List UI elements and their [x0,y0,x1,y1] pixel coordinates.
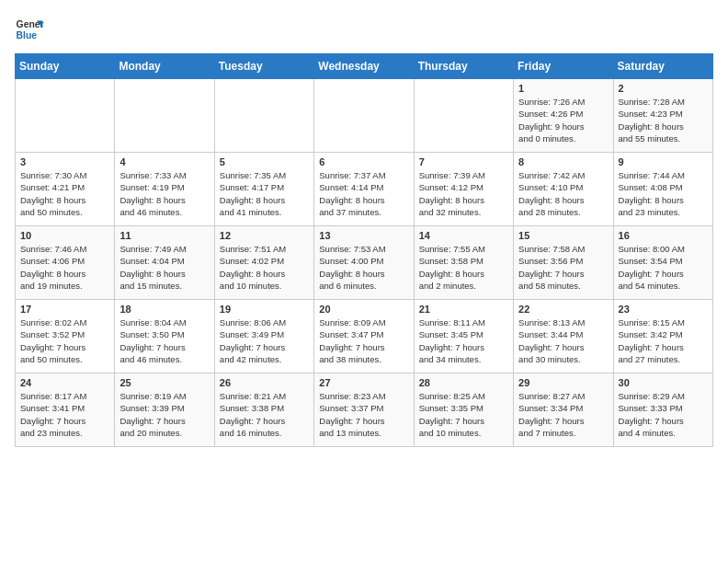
weekday-header-saturday: Saturday [613,54,712,79]
calendar-cell: 29Sunrise: 8:27 AMSunset: 3:34 PMDayligh… [514,373,613,447]
logo: General Blue [15,15,44,44]
calendar-cell: 4Sunrise: 7:33 AMSunset: 4:19 PMDaylight… [115,153,214,226]
day-info: Sunrise: 8:13 AMSunset: 3:44 PMDaylight:… [518,316,608,365]
day-number: 4 [119,156,209,167]
calendar-cell: 27Sunrise: 8:23 AMSunset: 3:37 PMDayligh… [314,373,414,447]
calendar-cell: 13Sunrise: 7:53 AMSunset: 4:00 PMDayligh… [314,226,414,300]
day-info: Sunrise: 8:17 AMSunset: 3:41 PMDaylight:… [20,390,109,439]
day-number: 23 [619,304,708,315]
calendar-cell: 30Sunrise: 8:29 AMSunset: 3:33 PMDayligh… [613,373,712,447]
weekday-header-wednesday: Wednesday [314,54,414,79]
calendar-cell: 15Sunrise: 7:58 AMSunset: 3:56 PMDayligh… [514,226,613,300]
day-info: Sunrise: 8:29 AMSunset: 3:33 PMDaylight:… [619,390,708,439]
day-info: Sunrise: 7:49 AMSunset: 4:04 PMDaylight:… [119,243,209,292]
day-number: 7 [419,156,508,167]
day-info: Sunrise: 8:09 AMSunset: 3:47 PMDaylight:… [319,316,408,365]
day-info: Sunrise: 8:23 AMSunset: 3:37 PMDaylight:… [319,390,408,439]
day-info: Sunrise: 7:37 AMSunset: 4:14 PMDaylight:… [319,169,408,218]
calendar-cell: 24Sunrise: 8:17 AMSunset: 3:41 PMDayligh… [16,373,115,447]
calendar-cell: 26Sunrise: 8:21 AMSunset: 3:38 PMDayligh… [214,373,313,447]
day-info: Sunrise: 7:53 AMSunset: 4:00 PMDaylight:… [319,243,408,292]
day-info: Sunrise: 7:46 AMSunset: 4:06 PMDaylight:… [20,243,109,292]
day-info: Sunrise: 8:04 AMSunset: 3:50 PMDaylight:… [119,316,209,365]
day-info: Sunrise: 8:00 AMSunset: 3:54 PMDaylight:… [619,243,708,292]
day-info: Sunrise: 7:28 AMSunset: 4:23 PMDaylight:… [619,96,708,144]
day-info: Sunrise: 7:33 AMSunset: 4:19 PMDaylight:… [119,169,209,218]
day-number: 1 [518,83,608,94]
week-row-4: 17Sunrise: 8:02 AMSunset: 3:52 PMDayligh… [16,300,713,373]
day-info: Sunrise: 7:30 AMSunset: 4:21 PMDaylight:… [20,169,109,218]
calendar-cell: 10Sunrise: 7:46 AMSunset: 4:06 PMDayligh… [16,226,115,300]
day-number: 29 [518,377,608,388]
weekday-header-monday: Monday [115,54,214,79]
calendar-cell: 25Sunrise: 8:19 AMSunset: 3:39 PMDayligh… [115,373,214,447]
day-number: 10 [20,230,109,241]
day-number: 21 [419,304,508,315]
day-number: 16 [619,230,708,241]
calendar-cell: 7Sunrise: 7:39 AMSunset: 4:12 PMDaylight… [414,153,513,226]
calendar-cell: 28Sunrise: 8:25 AMSunset: 3:35 PMDayligh… [414,373,513,447]
calendar-cell: 19Sunrise: 8:06 AMSunset: 3:49 PMDayligh… [214,300,313,373]
day-number: 22 [518,304,608,315]
calendar-cell [414,79,513,153]
weekday-header-thursday: Thursday [414,54,513,79]
week-row-1: 1Sunrise: 7:26 AMSunset: 4:26 PMDaylight… [16,79,713,153]
day-info: Sunrise: 8:02 AMSunset: 3:52 PMDaylight:… [20,316,109,365]
day-number: 14 [419,230,508,241]
calendar-cell: 23Sunrise: 8:15 AMSunset: 3:42 PMDayligh… [613,300,712,373]
day-number: 26 [220,377,309,388]
day-number: 20 [319,304,408,315]
day-info: Sunrise: 7:26 AMSunset: 4:26 PMDaylight:… [518,96,608,144]
day-info: Sunrise: 8:19 AMSunset: 3:39 PMDaylight:… [119,390,209,439]
calendar-cell [314,79,414,153]
day-info: Sunrise: 7:51 AMSunset: 4:02 PMDaylight:… [220,243,309,292]
week-row-5: 24Sunrise: 8:17 AMSunset: 3:41 PMDayligh… [16,373,713,447]
day-info: Sunrise: 7:42 AMSunset: 4:10 PMDaylight:… [518,169,608,218]
day-info: Sunrise: 8:15 AMSunset: 3:42 PMDaylight:… [619,316,708,365]
day-number: 30 [619,377,708,388]
day-number: 12 [220,230,309,241]
week-row-3: 10Sunrise: 7:46 AMSunset: 4:06 PMDayligh… [16,226,713,300]
svg-text:Blue: Blue [17,30,38,40]
day-number: 27 [319,377,408,388]
calendar-cell: 6Sunrise: 7:37 AMSunset: 4:14 PMDaylight… [314,153,414,226]
day-number: 24 [20,377,109,388]
calendar-cell [115,79,214,153]
calendar-cell [214,79,313,153]
day-info: Sunrise: 8:06 AMSunset: 3:49 PMDaylight:… [220,316,309,365]
day-info: Sunrise: 8:27 AMSunset: 3:34 PMDaylight:… [518,390,608,439]
calendar-cell: 18Sunrise: 8:04 AMSunset: 3:50 PMDayligh… [115,300,214,373]
day-number: 28 [419,377,508,388]
calendar-cell: 21Sunrise: 8:11 AMSunset: 3:45 PMDayligh… [414,300,513,373]
day-info: Sunrise: 7:39 AMSunset: 4:12 PMDaylight:… [419,169,508,218]
calendar-cell: 5Sunrise: 7:35 AMSunset: 4:17 PMDaylight… [214,153,313,226]
calendar-cell: 9Sunrise: 7:44 AMSunset: 4:08 PMDaylight… [613,153,712,226]
calendar-cell [16,79,115,153]
day-number: 2 [619,83,708,94]
day-info: Sunrise: 8:11 AMSunset: 3:45 PMDaylight:… [419,316,508,365]
day-number: 3 [20,156,109,167]
day-info: Sunrise: 8:25 AMSunset: 3:35 PMDaylight:… [419,390,508,439]
day-number: 11 [119,230,209,241]
calendar-table: SundayMondayTuesdayWednesdayThursdayFrid… [15,53,713,447]
calendar-cell: 20Sunrise: 8:09 AMSunset: 3:47 PMDayligh… [314,300,414,373]
weekday-header-sunday: Sunday [16,54,115,79]
calendar-cell: 17Sunrise: 8:02 AMSunset: 3:52 PMDayligh… [16,300,115,373]
calendar-cell: 8Sunrise: 7:42 AMSunset: 4:10 PMDaylight… [514,153,613,226]
day-info: Sunrise: 7:44 AMSunset: 4:08 PMDaylight:… [619,169,708,218]
day-info: Sunrise: 7:55 AMSunset: 3:58 PMDaylight:… [419,243,508,292]
day-number: 19 [220,304,309,315]
page-header: General Blue [15,15,713,44]
weekday-header-friday: Friday [514,54,613,79]
weekday-header-row: SundayMondayTuesdayWednesdayThursdayFrid… [16,54,713,79]
calendar-cell: 2Sunrise: 7:28 AMSunset: 4:23 PMDaylight… [613,79,712,153]
week-row-2: 3Sunrise: 7:30 AMSunset: 4:21 PMDaylight… [16,153,713,226]
day-number: 25 [119,377,209,388]
logo-icon: General Blue [15,15,44,44]
calendar-cell: 12Sunrise: 7:51 AMSunset: 4:02 PMDayligh… [214,226,313,300]
calendar-cell: 11Sunrise: 7:49 AMSunset: 4:04 PMDayligh… [115,226,214,300]
calendar-cell: 1Sunrise: 7:26 AMSunset: 4:26 PMDaylight… [514,79,613,153]
calendar-cell: 3Sunrise: 7:30 AMSunset: 4:21 PMDaylight… [16,153,115,226]
day-number: 8 [518,156,608,167]
day-number: 6 [319,156,408,167]
